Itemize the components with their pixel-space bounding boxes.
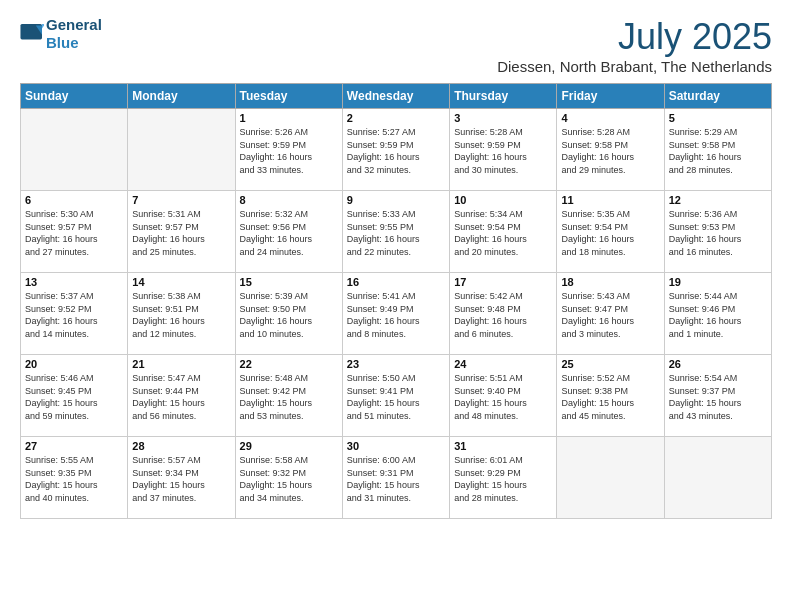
table-row: 4Sunrise: 5:28 AM Sunset: 9:58 PM Daylig… <box>557 109 664 191</box>
table-row: 2Sunrise: 5:27 AM Sunset: 9:59 PM Daylig… <box>342 109 449 191</box>
day-info: Sunrise: 5:28 AM Sunset: 9:59 PM Dayligh… <box>454 126 552 176</box>
day-number: 28 <box>132 440 230 452</box>
day-info: Sunrise: 5:51 AM Sunset: 9:40 PM Dayligh… <box>454 372 552 422</box>
table-row: 9Sunrise: 5:33 AM Sunset: 9:55 PM Daylig… <box>342 191 449 273</box>
logo-text: General Blue <box>46 16 102 52</box>
header-friday: Friday <box>557 84 664 109</box>
table-row: 23Sunrise: 5:50 AM Sunset: 9:41 PM Dayli… <box>342 355 449 437</box>
table-row <box>664 437 771 519</box>
table-row: 1Sunrise: 5:26 AM Sunset: 9:59 PM Daylig… <box>235 109 342 191</box>
day-info: Sunrise: 5:32 AM Sunset: 9:56 PM Dayligh… <box>240 208 338 258</box>
table-row: 5Sunrise: 5:29 AM Sunset: 9:58 PM Daylig… <box>664 109 771 191</box>
table-row: 11Sunrise: 5:35 AM Sunset: 9:54 PM Dayli… <box>557 191 664 273</box>
day-info: Sunrise: 5:50 AM Sunset: 9:41 PM Dayligh… <box>347 372 445 422</box>
day-info: Sunrise: 5:54 AM Sunset: 9:37 PM Dayligh… <box>669 372 767 422</box>
day-number: 13 <box>25 276 123 288</box>
day-info: Sunrise: 5:29 AM Sunset: 9:58 PM Dayligh… <box>669 126 767 176</box>
table-row: 8Sunrise: 5:32 AM Sunset: 9:56 PM Daylig… <box>235 191 342 273</box>
day-info: Sunrise: 5:34 AM Sunset: 9:54 PM Dayligh… <box>454 208 552 258</box>
day-info: Sunrise: 5:48 AM Sunset: 9:42 PM Dayligh… <box>240 372 338 422</box>
day-number: 8 <box>240 194 338 206</box>
table-row: 21Sunrise: 5:47 AM Sunset: 9:44 PM Dayli… <box>128 355 235 437</box>
page: General Blue July 2025 Diessen, North Br… <box>0 0 792 612</box>
day-number: 14 <box>132 276 230 288</box>
day-number: 11 <box>561 194 659 206</box>
day-number: 21 <box>132 358 230 370</box>
day-info: Sunrise: 5:36 AM Sunset: 9:53 PM Dayligh… <box>669 208 767 258</box>
table-row: 20Sunrise: 5:46 AM Sunset: 9:45 PM Dayli… <box>21 355 128 437</box>
day-number: 31 <box>454 440 552 452</box>
table-row: 6Sunrise: 5:30 AM Sunset: 9:57 PM Daylig… <box>21 191 128 273</box>
day-number: 7 <box>132 194 230 206</box>
day-number: 10 <box>454 194 552 206</box>
table-row: 10Sunrise: 5:34 AM Sunset: 9:54 PM Dayli… <box>450 191 557 273</box>
day-info: Sunrise: 5:58 AM Sunset: 9:32 PM Dayligh… <box>240 454 338 504</box>
header-wednesday: Wednesday <box>342 84 449 109</box>
table-row <box>21 109 128 191</box>
day-info: Sunrise: 5:28 AM Sunset: 9:58 PM Dayligh… <box>561 126 659 176</box>
day-number: 17 <box>454 276 552 288</box>
day-number: 3 <box>454 112 552 124</box>
logo: General Blue <box>20 16 102 52</box>
table-row: 29Sunrise: 5:58 AM Sunset: 9:32 PM Dayli… <box>235 437 342 519</box>
table-row: 30Sunrise: 6:00 AM Sunset: 9:31 PM Dayli… <box>342 437 449 519</box>
table-row: 22Sunrise: 5:48 AM Sunset: 9:42 PM Dayli… <box>235 355 342 437</box>
day-info: Sunrise: 6:00 AM Sunset: 9:31 PM Dayligh… <box>347 454 445 504</box>
table-row: 17Sunrise: 5:42 AM Sunset: 9:48 PM Dayli… <box>450 273 557 355</box>
calendar-header-row: Sunday Monday Tuesday Wednesday Thursday… <box>21 84 772 109</box>
day-info: Sunrise: 5:35 AM Sunset: 9:54 PM Dayligh… <box>561 208 659 258</box>
day-info: Sunrise: 5:26 AM Sunset: 9:59 PM Dayligh… <box>240 126 338 176</box>
day-number: 12 <box>669 194 767 206</box>
table-row: 16Sunrise: 5:41 AM Sunset: 9:49 PM Dayli… <box>342 273 449 355</box>
svg-marker-2 <box>42 24 44 29</box>
calendar-week-row: 6Sunrise: 5:30 AM Sunset: 9:57 PM Daylig… <box>21 191 772 273</box>
table-row: 27Sunrise: 5:55 AM Sunset: 9:35 PM Dayli… <box>21 437 128 519</box>
header-thursday: Thursday <box>450 84 557 109</box>
calendar-week-row: 27Sunrise: 5:55 AM Sunset: 9:35 PM Dayli… <box>21 437 772 519</box>
title-block: July 2025 Diessen, North Brabant, The Ne… <box>497 16 772 75</box>
day-number: 30 <box>347 440 445 452</box>
calendar-week-row: 1Sunrise: 5:26 AM Sunset: 9:59 PM Daylig… <box>21 109 772 191</box>
day-info: Sunrise: 5:27 AM Sunset: 9:59 PM Dayligh… <box>347 126 445 176</box>
table-row: 13Sunrise: 5:37 AM Sunset: 9:52 PM Dayli… <box>21 273 128 355</box>
day-number: 27 <box>25 440 123 452</box>
table-row <box>128 109 235 191</box>
day-number: 20 <box>25 358 123 370</box>
day-info: Sunrise: 5:47 AM Sunset: 9:44 PM Dayligh… <box>132 372 230 422</box>
header-saturday: Saturday <box>664 84 771 109</box>
calendar-week-row: 13Sunrise: 5:37 AM Sunset: 9:52 PM Dayli… <box>21 273 772 355</box>
day-info: Sunrise: 5:46 AM Sunset: 9:45 PM Dayligh… <box>25 372 123 422</box>
table-row: 25Sunrise: 5:52 AM Sunset: 9:38 PM Dayli… <box>557 355 664 437</box>
day-info: Sunrise: 5:39 AM Sunset: 9:50 PM Dayligh… <box>240 290 338 340</box>
day-info: Sunrise: 5:52 AM Sunset: 9:38 PM Dayligh… <box>561 372 659 422</box>
table-row: 12Sunrise: 5:36 AM Sunset: 9:53 PM Dayli… <box>664 191 771 273</box>
day-number: 6 <box>25 194 123 206</box>
day-number: 29 <box>240 440 338 452</box>
day-number: 25 <box>561 358 659 370</box>
day-info: Sunrise: 5:33 AM Sunset: 9:55 PM Dayligh… <box>347 208 445 258</box>
day-info: Sunrise: 5:44 AM Sunset: 9:46 PM Dayligh… <box>669 290 767 340</box>
table-row <box>557 437 664 519</box>
day-info: Sunrise: 6:01 AM Sunset: 9:29 PM Dayligh… <box>454 454 552 504</box>
day-number: 23 <box>347 358 445 370</box>
day-info: Sunrise: 5:41 AM Sunset: 9:49 PM Dayligh… <box>347 290 445 340</box>
table-row: 14Sunrise: 5:38 AM Sunset: 9:51 PM Dayli… <box>128 273 235 355</box>
day-number: 15 <box>240 276 338 288</box>
day-number: 24 <box>454 358 552 370</box>
logo-icon <box>20 24 44 44</box>
table-row: 31Sunrise: 6:01 AM Sunset: 9:29 PM Dayli… <box>450 437 557 519</box>
table-row: 7Sunrise: 5:31 AM Sunset: 9:57 PM Daylig… <box>128 191 235 273</box>
table-row: 26Sunrise: 5:54 AM Sunset: 9:37 PM Dayli… <box>664 355 771 437</box>
location-subtitle: Diessen, North Brabant, The Netherlands <box>497 58 772 75</box>
table-row: 28Sunrise: 5:57 AM Sunset: 9:34 PM Dayli… <box>128 437 235 519</box>
header-tuesday: Tuesday <box>235 84 342 109</box>
day-info: Sunrise: 5:43 AM Sunset: 9:47 PM Dayligh… <box>561 290 659 340</box>
header: General Blue July 2025 Diessen, North Br… <box>20 16 772 75</box>
day-info: Sunrise: 5:30 AM Sunset: 9:57 PM Dayligh… <box>25 208 123 258</box>
day-number: 16 <box>347 276 445 288</box>
day-info: Sunrise: 5:37 AM Sunset: 9:52 PM Dayligh… <box>25 290 123 340</box>
table-row: 15Sunrise: 5:39 AM Sunset: 9:50 PM Dayli… <box>235 273 342 355</box>
calendar-table: Sunday Monday Tuesday Wednesday Thursday… <box>20 83 772 519</box>
header-sunday: Sunday <box>21 84 128 109</box>
day-info: Sunrise: 5:31 AM Sunset: 9:57 PM Dayligh… <box>132 208 230 258</box>
